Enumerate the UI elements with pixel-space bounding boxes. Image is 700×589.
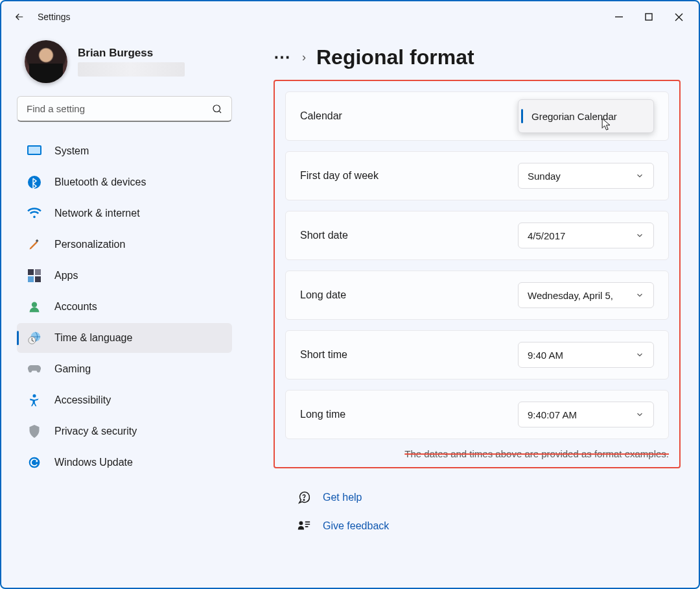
regional-format-options: Calendar Gregorian Calendar First day of…: [274, 80, 681, 468]
close-button[interactable]: [664, 4, 694, 30]
format-examples-hint: The dates and times above are provided a…: [285, 448, 669, 459]
feedback-icon: [297, 519, 311, 533]
nav-label: Bluetooth & devices: [54, 176, 146, 188]
svg-rect-12: [35, 276, 41, 282]
shield-icon: [27, 424, 41, 439]
setting-long-date: Long date Wednesday, April 5,: [285, 270, 669, 320]
setting-label: Long time: [300, 409, 345, 420]
nav-label: Windows Update: [54, 457, 133, 468]
nav-label: Personalization: [54, 239, 125, 250]
clock-globe-icon: [27, 331, 41, 345]
svg-point-18: [303, 499, 304, 500]
chevron-down-icon: [635, 171, 644, 180]
maximize-button[interactable]: [634, 4, 664, 30]
nav-label: Privacy & security: [54, 426, 137, 437]
cursor-icon: [601, 118, 611, 131]
give-feedback-row[interactable]: Give feedback: [297, 519, 681, 533]
bluetooth-icon: [27, 175, 41, 189]
paintbrush-icon: [27, 237, 41, 252]
short-date-dropdown[interactable]: 4/5/2017: [518, 222, 654, 248]
back-button[interactable]: [6, 4, 32, 30]
apps-icon: [27, 269, 41, 283]
wifi-icon: [27, 206, 41, 221]
nav-bluetooth[interactable]: Bluetooth & devices: [17, 167, 232, 197]
breadcrumb: ⋯ › Regional format: [274, 45, 681, 69]
svg-rect-10: [35, 269, 41, 275]
profile-email-redacted: [78, 62, 185, 77]
svg-point-16: [33, 394, 36, 398]
dropdown-value: Wednesday, April 5,: [528, 290, 613, 301]
svg-point-13: [32, 302, 37, 307]
svg-point-4: [213, 105, 220, 112]
setting-label: Calendar: [300, 110, 342, 122]
person-icon: [27, 300, 41, 314]
chevron-down-icon: [635, 410, 644, 419]
nav-accounts[interactable]: Accounts: [17, 292, 232, 322]
get-help-row[interactable]: Get help: [297, 490, 681, 505]
long-date-dropdown[interactable]: Wednesday, April 5,: [518, 282, 654, 308]
setting-short-date: Short date 4/5/2017: [285, 211, 669, 260]
dropdown-value: 9:40 AM: [528, 350, 563, 361]
nav-time-language[interactable]: Time & language: [17, 323, 232, 353]
chevron-right-icon: ›: [302, 51, 306, 64]
profile-name: Brian Burgess: [78, 47, 185, 60]
minimize-button[interactable]: [604, 4, 634, 30]
profile[interactable]: Brian Burgess: [25, 40, 232, 83]
give-feedback-link[interactable]: Give feedback: [323, 520, 389, 532]
content: ⋯ › Regional format Calendar Gregorian C…: [248, 32, 699, 588]
footer-links: Get help Give feedback: [297, 490, 681, 533]
dropdown-value: Sunday: [528, 171, 561, 182]
monitor-icon: [27, 144, 41, 158]
arrow-left-icon: [14, 11, 25, 23]
nav-personalization[interactable]: Personalization: [17, 230, 232, 259]
setting-long-time: Long time 9:40:07 AM: [285, 390, 669, 439]
minimize-icon: [615, 13, 623, 21]
svg-rect-9: [28, 269, 34, 275]
chevron-down-icon: [635, 350, 644, 359]
setting-first-day: First day of week Sunday: [285, 151, 669, 200]
setting-label: Short time: [300, 349, 347, 361]
nav: System Bluetooth & devices Network & int…: [17, 136, 232, 477]
svg-rect-1: [646, 14, 652, 20]
nav-accessibility[interactable]: Accessibility: [17, 385, 232, 415]
nav-privacy[interactable]: Privacy & security: [17, 416, 232, 446]
svg-rect-11: [28, 276, 34, 282]
chevron-down-icon: [635, 291, 644, 300]
calendar-dropdown[interactable]: Gregorian Calendar: [518, 99, 654, 133]
first-day-dropdown[interactable]: Sunday: [518, 163, 654, 189]
dropdown-value: 4/5/2017: [528, 230, 565, 241]
help-icon: [297, 490, 311, 505]
nav-network[interactable]: Network & internet: [17, 198, 232, 228]
nav-apps[interactable]: Apps: [17, 261, 232, 291]
chevron-down-icon: [635, 231, 644, 240]
gamepad-icon: [27, 362, 41, 376]
search-icon: [211, 103, 223, 115]
breadcrumb-more-icon[interactable]: ⋯: [274, 47, 292, 67]
nav-label: Network & internet: [54, 208, 140, 219]
nav-label: Time & language: [54, 332, 132, 344]
search: [17, 96, 232, 122]
nav-system[interactable]: System: [17, 136, 232, 166]
svg-point-19: [299, 521, 303, 525]
accessibility-icon: [27, 393, 41, 407]
titlebar-title: Settings: [38, 12, 71, 22]
short-time-dropdown[interactable]: 9:40 AM: [518, 342, 654, 368]
search-input[interactable]: [17, 96, 232, 122]
nav-label: Gaming: [54, 363, 91, 375]
sidebar: Brian Burgess System Bluetooth & devices: [1, 32, 248, 588]
nav-label: Apps: [54, 270, 78, 282]
maximize-icon: [645, 13, 653, 21]
nav-gaming[interactable]: Gaming: [17, 354, 232, 384]
titlebar: Settings: [1, 1, 699, 32]
update-icon: [27, 455, 41, 470]
settings-window: Settings Brian Burgess: [0, 0, 700, 589]
setting-label: Short date: [300, 230, 348, 241]
dropdown-value: 9:40:07 AM: [528, 409, 577, 420]
get-help-link[interactable]: Get help: [323, 492, 362, 503]
setting-short-time: Short time 9:40 AM: [285, 330, 669, 379]
nav-windows-update[interactable]: Windows Update: [17, 448, 232, 477]
page-title: Regional format: [316, 45, 474, 69]
setting-label: First day of week: [300, 170, 379, 182]
long-time-dropdown[interactable]: 9:40:07 AM: [518, 402, 654, 427]
nav-label: System: [54, 145, 89, 157]
